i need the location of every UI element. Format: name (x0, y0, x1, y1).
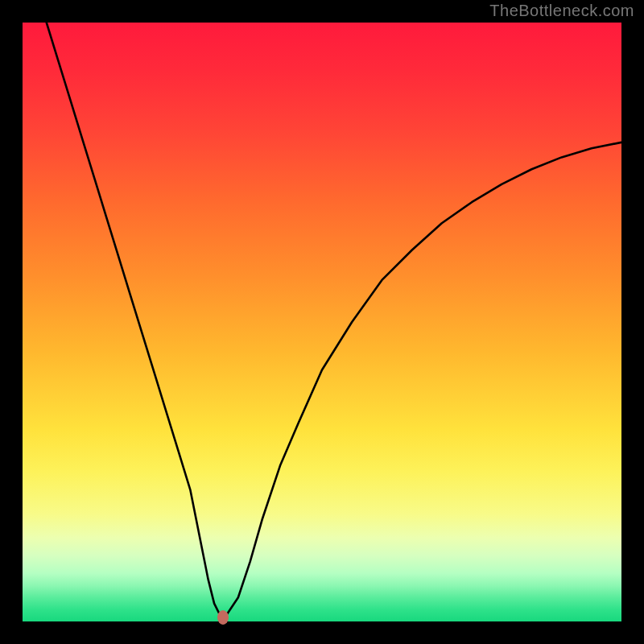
optimal-point-marker (217, 610, 229, 625)
chart-frame: TheBottleneck.com (0, 0, 644, 644)
watermark-text: TheBottleneck.com (489, 2, 634, 20)
bottleneck-curve (23, 23, 621, 621)
plot-area (23, 23, 621, 621)
